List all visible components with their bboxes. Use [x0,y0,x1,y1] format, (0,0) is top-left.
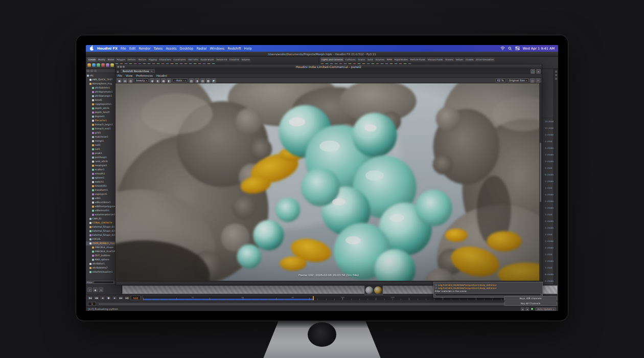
shelf-tab-volume[interactable]: Volume [241,57,251,62]
shelf-tab-terrain-fx[interactable]: Terrain FX [215,57,228,62]
active-app-name[interactable]: Houdini FX [97,47,118,51]
close-pane-icon[interactable]: × [536,69,541,74]
compare-snapshot-icon[interactable]: ◫ [530,78,535,83]
shelf-tab-create[interactable]: Create [87,57,97,62]
key-button-key-all-channels[interactable]: Key All Channels [504,301,557,306]
tree-row[interactable]: smooth1 [86,172,115,176]
jump-to-start-button[interactable]: ▮◀ [87,296,93,300]
tree-row[interactable]: pointvop1 [86,155,115,160]
shelf-tab-particle-fluids[interactable]: Particle Fluids [409,57,426,62]
lut-icon[interactable]: ▨ [200,78,205,83]
grid-overlay-icon[interactable]: ▧ [189,78,194,83]
ipr-render-icon[interactable]: ◐ [155,78,160,83]
tree-row[interactable]: vdbcombine1 [86,200,115,205]
range-slider[interactable] [98,302,536,306]
renderview-menu-file[interactable]: File [118,74,122,77]
menu-takes[interactable]: Takes [154,47,163,51]
shelf-tab-crowds[interactable]: Crowds [465,57,474,62]
lock-camera-icon[interactable]: ◧ [167,78,171,83]
shelf-tab-volumes[interactable]: Volumes [374,57,385,62]
tree-row[interactable]: switch1 [86,180,115,184]
canvas-scrollbar[interactable] [539,83,542,281]
tree-row[interactable]: uvproject1 [86,192,115,196]
tree-row[interactable]: timeshift1 [86,184,115,188]
background-toggle-icon[interactable]: ▩ [206,78,211,83]
tree-row[interactable]: obj [86,74,115,78]
menu-bar-clock[interactable]: Wed Apr 1 9:41 AM [523,47,555,51]
cook-indicator-icon[interactable]: ▪ [521,307,524,311]
tree-row[interactable]: peak1 [86,151,115,155]
tree-row[interactable]: rand_attrib [86,160,115,164]
tree-row[interactable]: attribdelete2 [86,266,115,270]
tree-row[interactable]: attribblur1 [86,262,115,266]
menu-radial[interactable]: Radial [196,47,206,51]
houdini-title-bar[interactable]: /Users/andre/Documents/Projects/Morph.hi… [86,52,558,57]
render-region-icon[interactable]: ▦ [161,78,166,83]
maximize-pane-icon[interactable]: ▢ [531,69,535,74]
shelf-tab-grains[interactable]: Grains [357,57,366,62]
material-swatch[interactable] [365,286,373,294]
shelf-tab-viscous-fluids[interactable]: Viscous Fluids [427,57,444,62]
menu-edit[interactable]: Edit [129,47,136,51]
tree-row[interactable]: CAM_01 [86,217,115,221]
shelf-tab-polygon[interactable]: Polygon [116,57,126,62]
collapse-all-icon[interactable] [90,70,93,72]
motionfx-lane-icon[interactable]: ≈ [99,287,103,292]
menu-file[interactable]: File [121,47,126,51]
expand-all-icon[interactable] [87,70,89,72]
shelf-tab-mpm[interactable]: MPM [386,57,393,62]
key-button-keys-0-8-channels[interactable]: Keys, 0/8 channels [504,296,557,301]
tree-row[interactable]: External_Shape_03 [86,233,115,237]
step-back-button[interactable]: ◀ [100,296,105,300]
tree-row[interactable]: vdb1 [86,196,115,200]
close-tab-icon[interactable]: × [151,70,153,73]
tree-row[interactable]: grid1 [86,131,115,135]
cache-entry[interactable]: orig/CACHED_MAINSNAP/acquisition2/deep_d… [435,286,541,289]
material-swatch[interactable] [374,286,382,294]
shelf-tab-model[interactable]: Model [107,57,116,62]
tree-row[interactable]: resample1 [86,164,115,168]
range-start-field[interactable]: 1 [88,302,96,306]
shelf-tab-drive-simulation[interactable]: Drive Simulation [475,57,495,62]
shelf-tab-solid[interactable]: Solid [366,57,374,62]
tab-redshift-renderview[interactable]: Redshift RenderView × [121,69,155,73]
tree-row[interactable]: MAIN_BUBBLE_morph [86,241,115,245]
tree-view-mode-icon[interactable] [94,70,97,72]
shelf-tool-icon[interactable] [97,63,100,67]
shelf-tab-guide-brush[interactable]: Guide Brush [200,57,215,62]
tree-row[interactable]: out1 [86,147,115,151]
play-reverse-fast-button[interactable]: ◀◀ [94,296,99,300]
shelf-tab-vellum[interactable]: Vellum [455,57,464,62]
control-center-icon[interactable] [515,47,520,50]
shelf-tab-collisions[interactable]: Collisions [344,57,357,62]
tree-row[interactable]: ABS_QUICK_TEST [86,78,115,82]
alpha-toggle-icon[interactable]: ◩ [212,78,216,83]
tree-row[interactable]: RND_sphere [86,258,115,262]
redshift-renderview-window[interactable]: ●●● Houdini Indie Limited-Commercial - p… [115,64,542,285]
renderview-menu-view[interactable]: View [126,74,132,77]
tree-row[interactable]: bend1 [86,98,115,102]
tree-row[interactable]: CORAL_GROWTH [86,221,115,225]
tree-row[interactable]: copytopoints1 [86,102,115,106]
checkbox-icon[interactable] [435,284,437,286]
step-forward-button[interactable]: ▶▶ [118,296,124,300]
zoom-mode-select[interactable]: Original Size ▾ [507,78,529,82]
renderview-menu-houdini[interactable]: Houdini [156,74,167,77]
shelf-tab-hair-utils[interactable]: Hair Utils [187,57,199,62]
shelf-tab-texture[interactable]: Texture [137,57,147,62]
current-frame-marker[interactable] [313,296,314,300]
gamma-icon[interactable]: ◑ [195,78,199,83]
tree-row[interactable]: FOCUS [86,237,115,241]
shelf-tab-characters[interactable]: Characters [158,57,172,62]
zoom-level-field[interactable]: 62 % [495,78,506,82]
help-icon[interactable]: ? [536,78,540,83]
menu-desktop[interactable]: Desktop [180,47,194,51]
shelf-tab-rigid-bodies[interactable]: Rigid Bodies [394,57,409,62]
tree-row[interactable]: attribwrangle1 [86,94,115,98]
keyframe-lane-icon[interactable]: ◆ [93,287,98,292]
tree-row[interactable]: filecache1 [86,119,115,123]
tree-row[interactable]: matchsize1 [86,135,115,139]
apple-menu-icon[interactable] [89,45,94,52]
shelf-tab-oceans[interactable]: Oceans [444,57,454,62]
menu-help[interactable]: Help [244,47,252,51]
